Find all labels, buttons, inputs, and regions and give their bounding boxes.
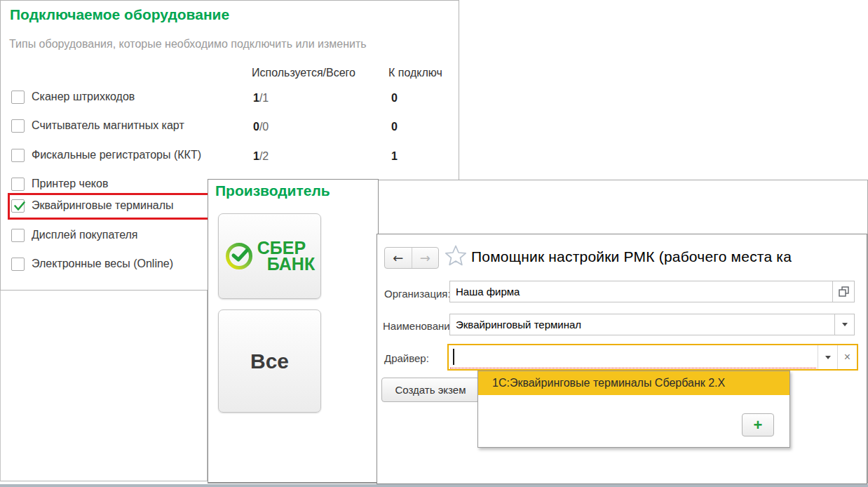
used-total-value: 0/0 [253, 121, 269, 133]
clear-icon: × [844, 351, 850, 363]
equipment-label: Сканер штрихкодов [32, 91, 135, 103]
back-button[interactable]: ← [385, 248, 412, 268]
checkbox-receipt-printer[interactable] [11, 178, 25, 191]
producer-title: Производитель [215, 182, 330, 199]
back-arrow-icon: ← [393, 251, 403, 265]
sber-text-line2: БАНК [267, 256, 315, 272]
window-title: Помощник настройки РМК (рабочего места к… [471, 248, 792, 265]
equipment-label: Электронные весы (Online) [32, 258, 173, 270]
name-dropdown-button[interactable] [834, 314, 854, 335]
dropdown-item-sberbank-driver[interactable]: 1С:Эквайринговые терминалы Сбербанк 2.Х [478, 371, 789, 395]
driver-dropdown-button[interactable] [818, 345, 837, 369]
equipment-row: Фискальные регистраторы (ККТ) 1/2 1 [1, 149, 459, 166]
driver-field-group: × [447, 344, 858, 371]
driver-input[interactable] [449, 345, 818, 369]
column-header-to-connect: К подключ [388, 67, 442, 79]
spellcheck-underline [450, 368, 816, 368]
checkbox-customer-display[interactable] [11, 229, 25, 242]
screen: Подключаемое оборудование Типы оборудова… [0, 0, 868, 487]
driver-clear-button[interactable]: × [837, 345, 857, 369]
org-open-button[interactable] [832, 281, 854, 302]
checkbox-electronic-scales[interactable] [11, 258, 25, 271]
driver-dropdown-list: 1С:Эквайринговые терминалы Сбербанк 2.Х … [477, 371, 790, 448]
name-label: Наименование: [383, 320, 459, 332]
to-connect-value: 0 [391, 121, 398, 133]
equipment-label: Принтер чеков [32, 178, 108, 190]
all-producers-button[interactable]: Все [218, 309, 321, 413]
all-button-label: Все [250, 349, 289, 373]
name-input[interactable]: Эквайринговый терминал [449, 314, 855, 335]
navigation-buttons: ← → [384, 247, 439, 269]
org-input[interactable]: Наша фирма [449, 281, 855, 302]
org-value: Наша фирма [456, 286, 520, 298]
bottom-edge-band [0, 484, 868, 487]
checkbox-fiscal-registrar[interactable] [11, 149, 25, 162]
forward-button[interactable]: → [412, 248, 439, 268]
equipment-label: Считыватель магнитных карт [32, 119, 184, 132]
forward-arrow-icon: → [420, 251, 430, 265]
panel-subtitle: Типы оборудования, которые необходимо по… [9, 38, 367, 51]
driver-label: Драйвер: [384, 352, 429, 364]
to-connect-value: 0 [391, 92, 398, 105]
org-label: Организация: [384, 288, 451, 300]
sber-check-circle-icon [224, 241, 254, 271]
panel-producer: Производитель СБЕР БАНК [208, 179, 379, 483]
sberbank-logo: СБЕР БАНК [224, 240, 315, 272]
panel-title: Подключаемое оборудование [10, 6, 229, 23]
background-panel-bottom-left [0, 291, 208, 481]
to-connect-value: 1 [391, 150, 398, 163]
sberbank-button[interactable]: СБЕР БАНК [218, 213, 321, 299]
open-icon [839, 286, 849, 297]
add-driver-button[interactable]: + [742, 413, 774, 436]
checkbox-card-reader[interactable] [11, 119, 25, 133]
create-instance-button[interactable]: Создать экзем [381, 378, 480, 402]
create-button-label: Создать экзем [395, 384, 466, 396]
equipment-label: Дисплей покупателя [32, 229, 138, 241]
equipment-label: Фискальные регистраторы (ККТ) [32, 149, 201, 161]
equipment-row: Считыватель магнитных карт 0/0 0 [1, 119, 459, 136]
red-highlight-box [8, 193, 210, 220]
chevron-down-icon [842, 323, 848, 326]
text-caret [453, 349, 454, 365]
column-header-used-total: Используется/Всего [252, 67, 355, 79]
equipment-row: Сканер штрихкодов 1/1 0 [1, 91, 459, 107]
checkbox-barcode-scanner[interactable] [11, 91, 25, 104]
plus-icon: + [754, 416, 763, 434]
chevron-down-icon [825, 356, 831, 359]
favorite-star-icon[interactable] [444, 244, 468, 267]
used-total-value: 1/2 [253, 150, 269, 163]
name-value: Эквайринговый терминал [456, 319, 581, 331]
used-total-value: 1/1 [253, 92, 269, 105]
